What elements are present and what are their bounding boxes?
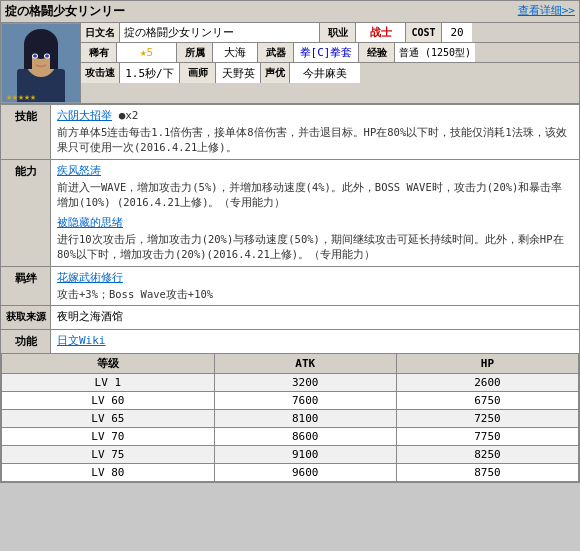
ability-content: 疾风怒涛 前进入一WAVE，增加攻击力(5%)，并增加移动速度(4%)。此外，B… — [51, 160, 579, 266]
col-level-header: 等级 — [2, 354, 215, 374]
char-art: ★★★★★ — [2, 24, 80, 102]
svg-point-8 — [33, 54, 37, 58]
table-row: LV 7086007750 — [2, 428, 579, 446]
atk-value: 1.5秒/下 — [120, 63, 180, 83]
cell-atk-4: 9100 — [214, 446, 396, 464]
cell-atk-0: 3200 — [214, 374, 396, 392]
exp-label: 经验 — [359, 43, 395, 62]
cell-atk-3: 8600 — [214, 428, 396, 446]
main-container: 掟の格闘少女リンリー 查看详细>> — [0, 0, 580, 483]
faction-value: 大海 — [213, 43, 258, 62]
ability-label: 能力 — [1, 160, 51, 266]
kizuna-title[interactable]: 花嫁武術修行 — [57, 271, 123, 284]
cell-atk-5: 9600 — [214, 464, 396, 482]
kizuna-content: 花嫁武術修行 攻击+3%；Boss Wave攻击+10% — [51, 267, 579, 305]
skill-desc: 前方单体5连击每击1.1倍伤害，接单体8倍伤害，并击退目标。HP在80%以下时，… — [57, 125, 573, 157]
skill-label: 技能 — [1, 105, 51, 159]
skill-content: 六阴大招举 ●x2 前方单体5连击每击1.1倍伤害，接单体8倍伤害，并击退目标。… — [51, 105, 579, 159]
ability2-row: 被隐藏的思绪 — [57, 215, 573, 232]
col-atk-header: ATK — [214, 354, 396, 374]
table-row: LV 132002600 — [2, 374, 579, 392]
char-header: ★★★★★ 日文名 掟の格闘少女リンリー 职业 战士 COST 20 稀有 ★5 — [1, 23, 579, 104]
skill-title-row: 六阴大招举 ●x2 — [57, 108, 573, 125]
stats-table: 等级 ATK HP LV 132002600LV 6076006750LV 65… — [1, 353, 579, 482]
cell-level-1: LV 60 — [2, 392, 215, 410]
table-header-row: 等级 ATK HP — [2, 354, 579, 374]
cv-label: 声优 — [261, 63, 290, 83]
illustrator-value: 天野英 — [216, 63, 261, 83]
stats-tbody: LV 132002600LV 6076006750LV 6581007250LV… — [2, 374, 579, 482]
cost-value: 20 — [442, 23, 472, 42]
illustrator-label: 画师 — [180, 63, 216, 83]
stars-display: ★5 — [140, 46, 153, 59]
table-row: LV 6581007250 — [2, 410, 579, 428]
ability2-desc: 进行10次攻击后，增加攻击力(20%)与移动速度(50%)，期间继续攻击可延长持… — [57, 232, 573, 264]
job-value: 战士 — [356, 23, 406, 42]
detail-link[interactable]: 查看详细>> — [518, 3, 575, 20]
char-portrait: ★★★★★ — [1, 23, 81, 103]
cell-level-2: LV 65 — [2, 410, 215, 428]
char-info-grid: 日文名 掟の格闘少女リンリー 职业 战士 COST 20 稀有 ★5 所属 大海… — [81, 23, 579, 103]
table-row: LV 7591008250 — [2, 446, 579, 464]
info-row-2: 稀有 ★5 所属 大海 武器 拳[C]拳套 经验 普通 (1250型) — [81, 43, 579, 63]
ability-section: 能力 疾风怒涛 前进入一WAVE，增加攻击力(5%)，并增加移动速度(4%)。此… — [1, 159, 579, 266]
jp-name-label: 日文名 — [81, 23, 120, 42]
top-bar: 掟の格闘少女リンリー 查看详细>> — [1, 1, 579, 23]
rarity-stars: ★5 — [117, 43, 177, 62]
cell-hp-3: 7750 — [396, 428, 578, 446]
cell-atk-1: 7600 — [214, 392, 396, 410]
func-section: 功能 日文Wiki — [1, 329, 579, 353]
rarity-label: 稀有 — [81, 43, 117, 62]
cv-value: 今井麻美 — [290, 63, 360, 83]
table-row: LV 8096008750 — [2, 464, 579, 482]
cell-hp-2: 7250 — [396, 410, 578, 428]
svg-rect-4 — [24, 44, 32, 69]
page-title: 掟の格闘少女リンリー — [5, 3, 125, 20]
cell-hp-1: 6750 — [396, 392, 578, 410]
cell-level-4: LV 75 — [2, 446, 215, 464]
func-label: 功能 — [1, 330, 51, 353]
ability2-title[interactable]: 被隐藏的思绪 — [57, 216, 123, 229]
svg-text:★★★★★: ★★★★★ — [6, 91, 36, 102]
cell-hp-0: 2600 — [396, 374, 578, 392]
info-row-3: 攻击速 1.5秒/下 画师 天野英 声优 今井麻美 — [81, 63, 579, 83]
weapon-label: 武器 — [258, 43, 294, 62]
skill-section: 技能 六阴大招举 ●x2 前方单体5连击每击1.1倍伤害，接单体8倍伤害，并击退… — [1, 104, 579, 159]
kizuna-label: 羁绊 — [1, 267, 51, 305]
func-link[interactable]: 日文Wiki — [57, 334, 106, 347]
cell-hp-4: 8250 — [396, 446, 578, 464]
source-value: 夜明之海酒馆 — [57, 310, 123, 323]
source-section: 获取来源 夜明之海酒馆 — [1, 305, 579, 329]
kizuna-title-row: 花嫁武術修行 — [57, 270, 573, 287]
job-label: 职业 — [320, 23, 356, 42]
weapon-value: 拳[C]拳套 — [294, 43, 359, 62]
ability1-title[interactable]: 疾风怒涛 — [57, 164, 101, 177]
table-row: LV 6076006750 — [2, 392, 579, 410]
col-hp-header: HP — [396, 354, 578, 374]
source-label: 获取来源 — [1, 306, 51, 329]
cell-hp-5: 8750 — [396, 464, 578, 482]
char-image-bg: ★★★★★ — [2, 24, 80, 102]
ability1-row: 疾风怒涛 — [57, 163, 573, 180]
svg-point-9 — [45, 54, 49, 58]
svg-rect-5 — [50, 44, 58, 69]
cost-label: COST — [406, 23, 442, 42]
source-content: 夜明之海酒馆 — [51, 306, 579, 329]
jp-name-value: 掟の格闘少女リンリー — [120, 23, 320, 42]
skill-title[interactable]: 六阴大招举 — [57, 109, 112, 122]
ability1-desc: 前进入一WAVE，增加攻击力(5%)，并增加移动速度(4%)。此外，BOSS W… — [57, 180, 573, 212]
faction-label: 所属 — [177, 43, 213, 62]
skill-subtitle: ●x2 — [119, 109, 139, 122]
cell-atk-2: 8100 — [214, 410, 396, 428]
cell-level-3: LV 70 — [2, 428, 215, 446]
info-row-1: 日文名 掟の格闘少女リンリー 职业 战士 COST 20 — [81, 23, 579, 43]
kizuna-section: 羁绊 花嫁武術修行 攻击+3%；Boss Wave攻击+10% — [1, 266, 579, 305]
cell-level-0: LV 1 — [2, 374, 215, 392]
exp-value: 普通 (1250型) — [395, 43, 475, 62]
kizuna-desc: 攻击+3%；Boss Wave攻击+10% — [57, 287, 573, 303]
cell-level-5: LV 80 — [2, 464, 215, 482]
func-content: 日文Wiki — [51, 330, 579, 353]
atk-label: 攻击速 — [81, 63, 120, 83]
